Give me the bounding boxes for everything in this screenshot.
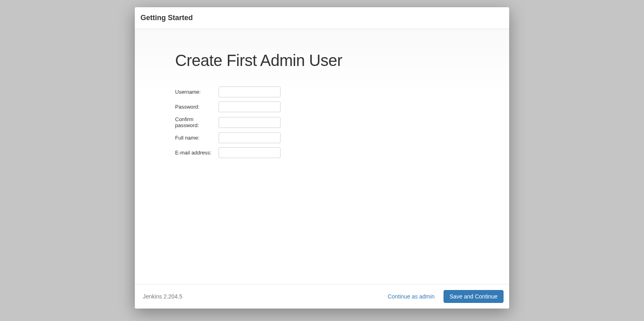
username-label: Username: (175, 89, 219, 95)
form-row-password: Password: (175, 101, 469, 112)
email-input[interactable] (219, 147, 281, 158)
confirm-password-input[interactable] (219, 117, 281, 128)
form-row-full-name: Full name: (175, 132, 469, 143)
modal-header: Getting Started (135, 7, 509, 29)
password-input[interactable] (219, 101, 281, 112)
full-name-input[interactable] (219, 132, 281, 143)
setup-wizard-modal: Getting Started Create First Admin User … (135, 7, 509, 309)
continue-as-admin-button[interactable]: Continue as admin (386, 291, 436, 302)
page-heading: Create First Admin User (175, 51, 469, 70)
form-row-email: E-mail address: (175, 147, 469, 158)
form-row-confirm-password: Confirm password: (175, 116, 469, 128)
save-and-continue-button[interactable]: Save and Continue (444, 290, 504, 303)
full-name-label: Full name: (175, 135, 219, 141)
confirm-password-label: Confirm password: (175, 116, 219, 128)
email-label: E-mail address: (175, 150, 219, 156)
username-input[interactable] (219, 86, 281, 97)
form-row-username: Username: (175, 86, 469, 97)
version-label: Jenkins 2.204.5 (140, 293, 182, 300)
footer-actions: Continue as admin Save and Continue (386, 290, 504, 303)
modal-footer: Jenkins 2.204.5 Continue as admin Save a… (135, 284, 509, 309)
modal-title: Getting Started (140, 14, 504, 22)
modal-body: Create First Admin User Username: Passwo… (135, 29, 509, 284)
password-label: Password: (175, 104, 219, 110)
